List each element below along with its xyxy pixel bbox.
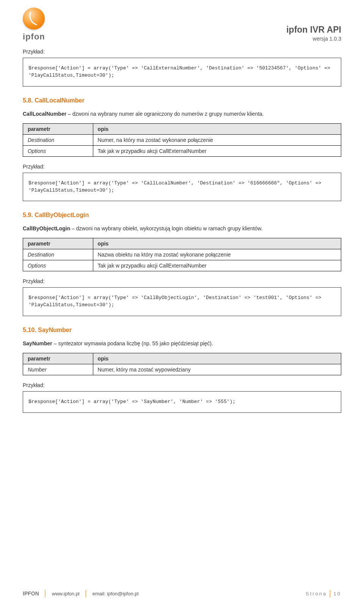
param-name: Destination [23,134,93,145]
footer-email-label: email: [93,591,107,597]
table-header-row: parametr opis [23,353,341,364]
code-example-3: $response['Action'] = array('Type' => 'C… [23,287,341,316]
section-desc-5-9: CallByObjectLogin – dzwoni na wybrany ob… [23,225,341,233]
param-name: Destination [23,249,93,260]
desc-bold-label: CallByObjectLogin [23,225,70,231]
footer-email: email: ipfon@ipfon.pl [93,591,139,597]
param-name: Options [23,145,93,156]
desc-text: – dzwoni na wybrany numer ale ograniczon… [66,111,264,117]
footer-brand: IPFON [23,590,39,597]
example-label: Przykład: [23,164,341,170]
desc-text: – dzwoni na wybrany obiekt, wykorzystują… [70,225,262,231]
param-name: Number [23,364,93,375]
table-header-row: parametr opis [23,123,341,134]
code-example-1: $response['Action'] = array('Type' => 'C… [23,58,341,87]
param-table-5-8: parametr opis Destination Numer, na któr… [23,123,341,157]
footer-email-value: ipfon@ipfon.pl [107,591,138,597]
param-desc: Tak jak w przypadku akcji CallExternalNu… [93,145,341,156]
separator-icon: │ [328,590,332,597]
param-desc: Tak jak w przypadku akcji CallExternalNu… [93,260,341,271]
separator-icon: │ [44,590,47,597]
example-label: Przykład: [23,278,341,284]
desc-bold-label: SayNumber [23,340,52,346]
section-desc-5-10: SayNumber – syntezator wymawia podana li… [23,340,341,348]
code-example-4: $response['Action'] = array('Type' => 'S… [23,391,341,413]
param-name: Options [23,260,93,271]
code-example-2: $response['Action'] = array('Type' => 'C… [23,173,341,201]
brand-logo-block: ipfon [23,8,45,42]
th-param: parametr [23,353,93,364]
section-title-5-10: 5.10. SayNumber [23,327,341,334]
desc-text: – syntezator wymawia podana liczbę (np. … [52,340,213,346]
separator-icon: │ [84,590,88,597]
doc-version: wersja 1.0.3 [286,36,341,42]
table-row: Destination Numer, na który ma zostać wy… [23,134,341,145]
th-desc: opis [93,123,341,134]
param-desc: Nazwa obiektu na który ma zostać wykonan… [93,249,341,260]
th-param: parametr [23,238,93,249]
table-row: Destination Nazwa obiektu na który ma zo… [23,249,341,260]
brand-name: ipfon [23,32,45,42]
param-table-5-10: parametr opis Number Numer, który ma zos… [23,353,341,375]
param-desc: Numer, na który ma zostać wykonane połąc… [93,134,341,145]
desc-bold-label: CallLocalNumber [23,111,66,117]
table-header-row: parametr opis [23,238,341,249]
brand-logo-icon [23,8,45,30]
example-label: Przykład: [23,49,341,55]
page-footer: IPFON │ www.ipfon.pl │ email: ipfon@ipfo… [23,590,341,597]
th-param: parametr [23,123,93,134]
doc-title: ipfon IVR API [286,25,341,35]
example-label: Przykład: [23,382,341,388]
table-row: Options Tak jak w przypadku akcji CallEx… [23,145,341,156]
th-desc: opis [93,353,341,364]
table-row: Number Numer, który ma zostać wypowiedzi… [23,364,341,375]
param-desc-text: Tak jak w przypadku akcji CallExternalNu… [98,148,207,154]
doc-title-block: ipfon IVR API wersja 1.0.3 [286,25,341,42]
footer-right: Strona │ 10 [306,590,341,597]
footer-site: www.ipfon.pl [52,591,80,597]
th-desc: opis [93,238,341,249]
page-label: Strona [306,591,327,597]
section-desc-5-8: CallLocalNumber – dzwoni na wybrany nume… [23,110,341,118]
page-header: ipfon ipfon IVR API wersja 1.0.3 [23,8,341,42]
footer-left: IPFON │ www.ipfon.pl │ email: ipfon@ipfo… [23,590,138,597]
section-title-5-9: 5.9. CallByObjectLogin [23,212,341,219]
param-desc: Numer, który ma zostać wypowiedziany [93,364,341,375]
param-table-5-9: parametr opis Destination Nazwa obiektu … [23,238,341,271]
section-title-5-8: 5.8. CallLocalNumber [23,97,341,104]
page-number: 10 [334,591,341,597]
table-row: Options Tak jak w przypadku akcji CallEx… [23,260,341,271]
